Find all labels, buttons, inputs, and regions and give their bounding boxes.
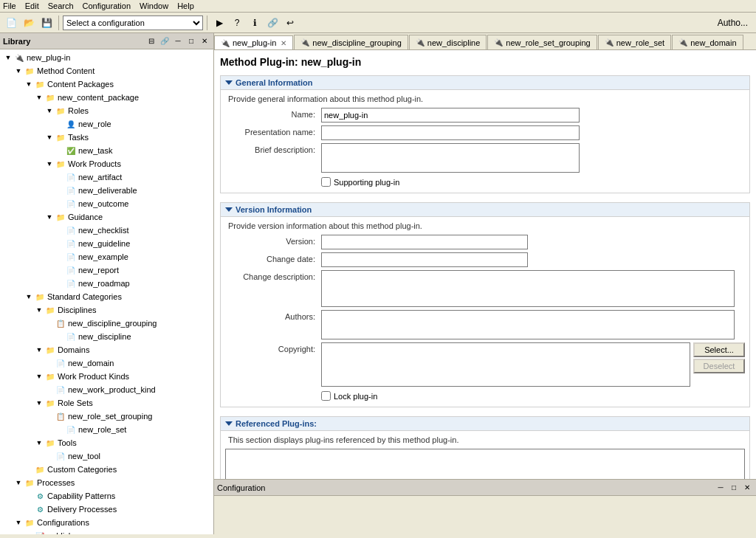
run-button[interactable]: ▶ [211,15,227,31]
tree-item-new_plug_in[interactable]: ▼🔌new_plug-in [1,51,212,64]
version-info-title: Version Information [236,205,312,214]
tab-new_discipline[interactable]: 🔌new_discipline [409,35,487,49]
tree-item-new_domain[interactable]: 📄new_domain [1,356,212,370]
tree-label-new_report: new_report [78,266,119,275]
tree-item-new_discipline_grouping[interactable]: 📋new_discipline_grouping [1,317,212,330]
tree-item-guidance[interactable]: ▼📁Guidance [1,210,212,224]
tree-item-configurations[interactable]: ▼📁Configurations [1,516,212,529]
authors-row: Authors: [225,310,745,339]
version-info-header[interactable]: Version Information [221,203,749,217]
info-button[interactable]: ℹ [247,15,263,31]
tree-item-publish[interactable]: 📝publish [1,529,212,534]
tree-item-delivery_processes[interactable]: ⚙Delivery Processes [1,503,212,516]
tree-icon-guidance: 📁 [55,211,66,223]
tree-item-new_report[interactable]: 📄new_report [1,263,212,277]
presentation-name-input[interactable] [321,125,580,140]
tree-item-method_content[interactable]: ▼📁Method Content [1,64,212,77]
tab-new_role_set[interactable]: 🔌new_role_set [598,35,671,49]
copyright-label: Copyright: [225,342,321,354]
tree-item-new_role_set_grouping[interactable]: 📋new_role_set_grouping [1,410,212,423]
tree-item-tools[interactable]: ▼📁Tools [1,436,212,449]
menu-edit[interactable]: Edit [25,1,39,10]
tree-icon-domains: 📁 [44,344,56,356]
save-button[interactable]: 💾 [38,15,55,31]
version-input[interactable] [321,235,528,249]
change-date-input[interactable] [321,252,528,267]
referenced-plugins-description: This section displays plug-ins reference… [225,435,745,444]
select-button[interactable]: Select... [693,342,745,357]
supporting-plugin-checkbox[interactable] [321,177,331,187]
tree-item-processes[interactable]: ▼📁Processes [1,476,212,489]
deselect-button[interactable]: Deselect [693,359,745,373]
tree-toggle-new_discipline_grouping [44,318,55,328]
back-button[interactable]: ↩ [282,15,298,31]
tree-item-new_content_package[interactable]: ▼📁new_content_package [1,91,212,104]
tree-item-work_product_kinds[interactable]: ▼📁Work Product Kinds [1,370,212,383]
open-button[interactable]: 📂 [21,15,37,31]
tree-item-roles[interactable]: ▼📁Roles [1,104,212,117]
tree-toggle-new_guideline [55,238,65,249]
tab-label-new_role_set_grouping: new_role_set_grouping [506,38,590,47]
authors-input[interactable] [321,310,735,339]
new-button[interactable]: 📄 [3,15,19,31]
general-info-header[interactable]: General Information [221,76,749,90]
tree-item-new_role_set[interactable]: 📄new_role_set [1,423,212,436]
config-select[interactable]: Select a configuration [63,15,203,30]
tree-item-new_checklist[interactable]: 📄new_checklist [1,224,212,237]
tree-item-new_discipline[interactable]: 📄new_discipline [1,330,212,343]
tree-toggle-content_packages: ▼ [24,79,34,89]
tree-item-role_sets[interactable]: ▼📁Role Sets [1,396,212,410]
tree-item-standard_categories[interactable]: ▼📁Standard Categories [1,290,212,303]
bottom-minimize-icon[interactable]: ─ [715,482,726,494]
tree-item-new_tool[interactable]: 📄new_tool [1,449,212,463]
tab-new_domain[interactable]: 🔌new_domain [672,35,743,49]
menu-configuration[interactable]: Configuration [83,1,131,10]
tree-item-new_role[interactable]: 👤new_role [1,117,212,131]
lock-plugin-checkbox[interactable] [321,391,331,401]
tree-item-custom_categories[interactable]: 📁Custom Categories [1,463,212,476]
brief-description-input[interactable] [321,143,580,173]
bottom-close-icon[interactable]: ✕ [741,482,753,494]
tree-label-new_artifact: new_artifact [78,173,122,182]
collapse-all-icon[interactable]: ⊟ [145,35,157,47]
link-with-editor-icon[interactable]: 🔗 [159,35,171,47]
tab-new_plug_in[interactable]: 🔌new_plug-in✕ [214,35,293,50]
menu-file[interactable]: File [3,1,16,10]
tree-item-new_roadmap[interactable]: 📄new_roadmap [1,277,212,290]
tree-item-disciplines[interactable]: ▼📁Disciplines [1,303,212,317]
tree-item-content_packages[interactable]: ▼📁Content Packages [1,77,212,91]
tab-close-new_plug_in[interactable]: ✕ [281,39,286,47]
tree-toggle-work_products: ▼ [44,159,55,169]
tab-new_role_set_grouping[interactable]: 🔌new_role_set_grouping [487,35,597,49]
tree-item-tasks[interactable]: ▼📁Tasks [1,131,212,144]
tree-item-new_guideline[interactable]: 📄new_guideline [1,237,212,250]
tree-item-new_example[interactable]: 📄new_example [1,250,212,263]
tree-toggle-custom_categories [24,464,34,475]
minimize-icon[interactable]: ─ [172,35,184,47]
tree-icon-method_content: 📁 [24,65,35,77]
tree-item-new_deliverable[interactable]: 📄new_deliverable [1,184,212,197]
auth-button[interactable]: Autho... [712,15,753,31]
referenced-plugins-header[interactable]: Referenced Plug-ins: [221,417,749,431]
tree-item-work_products[interactable]: ▼📁Work Products [1,157,212,170]
tree-item-capability_patterns[interactable]: ⚙Capability Patterns [1,489,212,503]
tree-item-new_task[interactable]: ✅new_task [1,144,212,157]
tree-item-new_work_product_kind[interactable]: 📄new_work_product_kind [1,383,212,396]
help-button[interactable]: ? [229,15,245,31]
bottom-maximize-icon[interactable]: □ [728,482,740,494]
tree-item-new_outcome[interactable]: 📄new_outcome [1,197,212,210]
close-panel-icon[interactable]: ✕ [199,35,210,47]
menu-help[interactable]: Help [177,1,194,10]
menu-window[interactable]: Window [140,1,168,10]
name-input[interactable] [321,108,580,123]
copyright-input[interactable] [321,342,690,387]
change-description-input[interactable] [321,270,735,307]
tree-item-domains[interactable]: ▼📁Domains [1,343,212,356]
link-button[interactable]: 🔗 [264,15,281,31]
maximize-icon[interactable]: □ [185,35,197,47]
menu-search[interactable]: Search [48,1,74,10]
library-title: Library [3,37,30,46]
tree-item-new_artifact[interactable]: 📄new_artifact [1,170,212,184]
tab-icon-new_discipline_grouping: 🔌 [300,38,309,46]
tab-new_discipline_grouping[interactable]: 🔌new_discipline_grouping [294,35,408,49]
